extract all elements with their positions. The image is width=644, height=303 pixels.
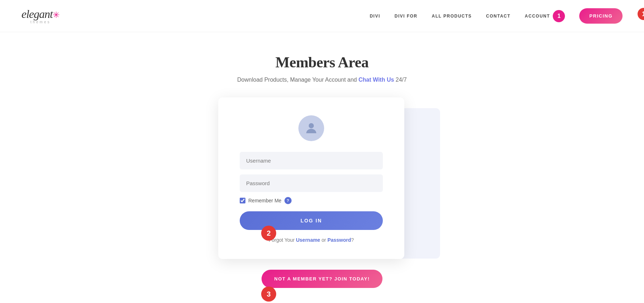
forgot-password-link[interactable]: Password: [327, 237, 351, 243]
nav-divi-for[interactable]: DIVI FOR: [395, 14, 418, 19]
card-outer: Remember Me ? LOG IN Forgot Your Usernam…: [218, 97, 426, 259]
nav-divi[interactable]: DIVI: [370, 14, 380, 19]
nav-account[interactable]: ACCOUNT: [525, 14, 550, 19]
nav-contact[interactable]: CONTACT: [486, 14, 511, 19]
page-wrapper: Members Area Download Products, Manage Y…: [218, 54, 426, 288]
main-content: Members Area Download Products, Manage Y…: [0, 32, 644, 288]
password-input[interactable]: [240, 174, 383, 192]
pricing-button[interactable]: PRICING: [579, 8, 623, 24]
site-header: elegant✳themes DIVI DIVI FOR ALL PRODUCT…: [0, 0, 644, 32]
main-nav: DIVI DIVI FOR ALL PRODUCTS CONTACT ACCOU…: [370, 8, 623, 24]
page-subtitle: Download Products, Manage Your Account a…: [237, 77, 407, 83]
forgot-username-link[interactable]: Username: [296, 237, 320, 243]
user-avatar-area: [240, 115, 383, 141]
annotation-badge-2: 2: [261, 226, 276, 241]
username-input[interactable]: [240, 152, 383, 169]
svg-point-1: [309, 123, 314, 128]
login-section: 2 3: [218, 97, 426, 259]
join-button[interactable]: NOT A MEMBER YET? JOIN TODAY!: [262, 270, 383, 288]
account-notification-badge: 1: [553, 10, 565, 22]
help-icon[interactable]: ?: [284, 197, 292, 204]
remember-row: Remember Me ?: [240, 197, 383, 204]
password-group: [240, 174, 383, 192]
annotation-badge-3: 3: [261, 287, 276, 302]
remember-label: Remember Me: [248, 198, 282, 203]
login-card: Remember Me ? LOG IN Forgot Your Usernam…: [218, 97, 404, 259]
avatar-circle: [298, 115, 324, 141]
nav-all-products[interactable]: ALL PRODUCTS: [432, 14, 472, 19]
page-title: Members Area: [275, 54, 369, 71]
forgot-text: Forgot Your Username or Password?: [240, 237, 383, 243]
login-button[interactable]: LOG IN: [240, 211, 383, 230]
logo[interactable]: elegant✳themes: [21, 8, 60, 24]
user-icon: [304, 121, 319, 136]
chat-link[interactable]: Chat With Us: [358, 77, 394, 83]
remember-checkbox[interactable]: [240, 198, 245, 203]
username-group: [240, 152, 383, 169]
annotation-badge-1: 1: [638, 8, 644, 20]
nav-account-wrapper: ACCOUNT 1: [525, 10, 565, 22]
